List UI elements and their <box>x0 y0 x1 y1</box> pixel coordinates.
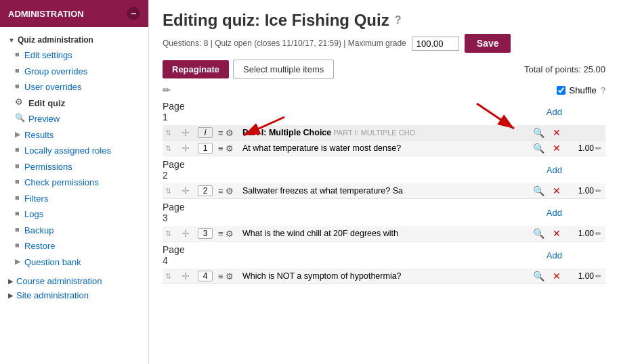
remove-question-button[interactable]: ✕ <box>551 228 562 239</box>
sidebar-item-question-bank[interactable]: ▶ Question bank <box>0 254 148 271</box>
add-link[interactable]: Add <box>547 165 562 175</box>
quiz-admin-section: ▼ Quiz administration ■ Edit settings ■ … <box>0 27 148 274</box>
settings-icon[interactable]: ⚙ <box>226 229 234 239</box>
settings-icon[interactable]: ⚙ <box>226 186 234 196</box>
permissions-link[interactable]: Permissions <box>24 160 72 174</box>
backup-link[interactable]: Backup <box>24 224 54 237</box>
table-row: ⇅ ✛ 2 ≡ ⚙ Saltwater freezes at what temp… <box>163 183 605 199</box>
page-title-text: Editing quiz: Ice Fishing Quiz <box>163 11 389 30</box>
sidebar-item-user-overrides[interactable]: ■ User overrides <box>0 79 148 95</box>
remove-question-button[interactable]: ✕ <box>551 143 562 154</box>
sidebar-item-check-permissions[interactable]: ■ Check permissions <box>0 175 148 191</box>
sidebar-item-group-overrides[interactable]: ■ Group overrides <box>0 64 148 80</box>
q-title: What is the wind chill at 20F degrees wi… <box>242 229 398 238</box>
course-admin-link[interactable]: Course administration <box>16 276 102 286</box>
edit-score-button[interactable]: ✏ <box>594 272 603 281</box>
save-button[interactable]: Save <box>465 34 511 53</box>
resize-handle: ⇅ <box>165 144 171 152</box>
check-permissions-link[interactable]: Check permissions <box>24 176 99 189</box>
sidebar-item-preview[interactable]: 🔍 Preview <box>0 111 148 127</box>
logs-link[interactable]: Logs <box>24 208 43 221</box>
search-question-button[interactable]: 🔍 <box>532 127 546 138</box>
max-grade-input[interactable] <box>412 37 459 51</box>
group-overrides-link[interactable]: Group overrides <box>24 65 87 78</box>
bullet-icon: ■ <box>15 209 22 217</box>
settings-icon[interactable]: ⚙ <box>226 271 234 281</box>
sidebar-item-permissions[interactable]: ■ Permissions <box>0 159 148 175</box>
search-question-button[interactable]: 🔍 <box>532 143 546 154</box>
sidebar-item-backup[interactable]: ■ Backup <box>0 223 148 239</box>
page-title: Editing quiz: Ice Fishing Quiz ? <box>163 11 605 30</box>
pencil-icon[interactable]: ✏ <box>163 85 171 95</box>
search-question-button[interactable]: 🔍 <box>532 228 546 239</box>
sidebar-item-edit-quiz[interactable]: ⚙ Edit quiz <box>0 95 148 112</box>
list-icon: ≡ <box>218 128 223 138</box>
admin-header[interactable]: ADMINISTRATION − <box>0 0 148 27</box>
sidebar-item-edit-settings[interactable]: ■ Edit settings <box>0 47 148 64</box>
sidebar-item-locally-assigned-roles[interactable]: ■ Locally assigned roles <box>0 143 148 159</box>
filters-link[interactable]: Filters <box>24 192 48 206</box>
q-score: 1.00 <box>578 186 594 196</box>
edit-quiz-link[interactable]: Edit quiz <box>28 97 65 110</box>
bullet-icon: ■ <box>15 82 22 90</box>
select-multiple-button[interactable]: Select multiple items <box>233 60 334 79</box>
main-content: Editing quiz: Ice Fishing Quiz ? Questio… <box>149 0 619 364</box>
search-question-button[interactable]: 🔍 <box>532 271 546 281</box>
q-score: 1.00 <box>578 229 594 238</box>
q-title: At what temperature is water most dense? <box>242 143 401 153</box>
shuffle-checkbox[interactable] <box>557 86 565 95</box>
locally-assigned-roles-link[interactable]: Locally assigned roles <box>24 144 111 158</box>
quiz-admin-label: Quiz administration <box>18 35 93 45</box>
bullet-icon: ■ <box>15 145 22 154</box>
add-link[interactable]: Add <box>547 250 562 260</box>
edit-score-button[interactable]: ✏ <box>594 187 603 196</box>
admin-header-label: ADMINISTRATION <box>8 9 84 19</box>
sidebar-item-restore[interactable]: ■ Restore <box>0 238 148 254</box>
quiz-admin-title[interactable]: ▼ Quiz administration <box>0 31 148 47</box>
preview-link[interactable]: Preview <box>28 112 60 126</box>
triangle-icon: ▶ <box>15 130 22 139</box>
restore-link[interactable]: Restore <box>24 240 56 253</box>
question-bank-link[interactable]: Question bank <box>24 256 81 269</box>
q-icons: ≡ ⚙ <box>218 128 237 138</box>
page-label: Page 1 <box>163 101 185 122</box>
help-icon[interactable]: ? <box>395 14 402 26</box>
sidebar-course-admin[interactable]: ▶ Course administration <box>0 274 148 288</box>
q-title: Which is NOT a symptom of hypothermia? <box>242 271 402 281</box>
remove-question-button[interactable]: ✕ <box>551 127 562 138</box>
edit-settings-link[interactable]: Edit settings <box>24 49 72 62</box>
drag-handle[interactable]: ✛ <box>182 271 190 281</box>
results-link[interactable]: Results <box>24 129 54 142</box>
drag-handle[interactable]: ✛ <box>182 185 190 196</box>
page-label: Page 2 <box>163 159 185 181</box>
edit-score-button[interactable]: ✏ <box>594 229 603 238</box>
drag-handle[interactable]: ✛ <box>182 143 190 154</box>
table-row: ⇅ ✛ 3 ≡ ⚙ What is the wind chill at 20F … <box>163 226 605 242</box>
search-question-button[interactable]: 🔍 <box>532 185 546 196</box>
list-icon: ≡ <box>218 229 223 239</box>
sidebar-item-filters[interactable]: ■ Filters <box>0 191 148 207</box>
drag-handle[interactable]: ✛ <box>182 127 190 138</box>
remove-question-button[interactable]: ✕ <box>551 185 562 196</box>
user-overrides-link[interactable]: User overrides <box>24 81 82 94</box>
toolbar-left: Repaginate Select multiple items <box>163 60 334 79</box>
settings-icon[interactable]: ⚙ <box>226 128 234 138</box>
q-title: Saltwater freezes at what temperature? S… <box>242 186 403 196</box>
sidebar-site-admin[interactable]: ▶ Site administration <box>0 288 148 302</box>
sidebar-item-logs[interactable]: ■ Logs <box>0 206 148 223</box>
edit-score-button[interactable]: ✏ <box>594 144 603 153</box>
table-row: ⇅ ✛ i ≡ ⚙ Part I: Multiple Choice PART I… <box>163 125 605 141</box>
add-link[interactable]: Add <box>547 107 562 117</box>
shuffle-label: Shuffle <box>570 85 597 95</box>
repaginate-button[interactable]: Repaginate <box>163 60 229 78</box>
site-admin-link[interactable]: Site administration <box>16 290 89 300</box>
admin-collapse-button[interactable]: − <box>127 7 140 20</box>
sidebar-item-results[interactable]: ▶ Results <box>0 127 148 143</box>
settings-icon[interactable]: ⚙ <box>226 143 234 154</box>
drag-handle[interactable]: ✛ <box>182 228 190 239</box>
shuffle-row: ✏ Shuffle ? <box>163 85 605 95</box>
remove-question-button[interactable]: ✕ <box>551 271 562 281</box>
shuffle-help-icon[interactable]: ? <box>601 85 605 95</box>
add-link[interactable]: Add <box>547 208 562 218</box>
q-number: 2 <box>198 185 213 196</box>
